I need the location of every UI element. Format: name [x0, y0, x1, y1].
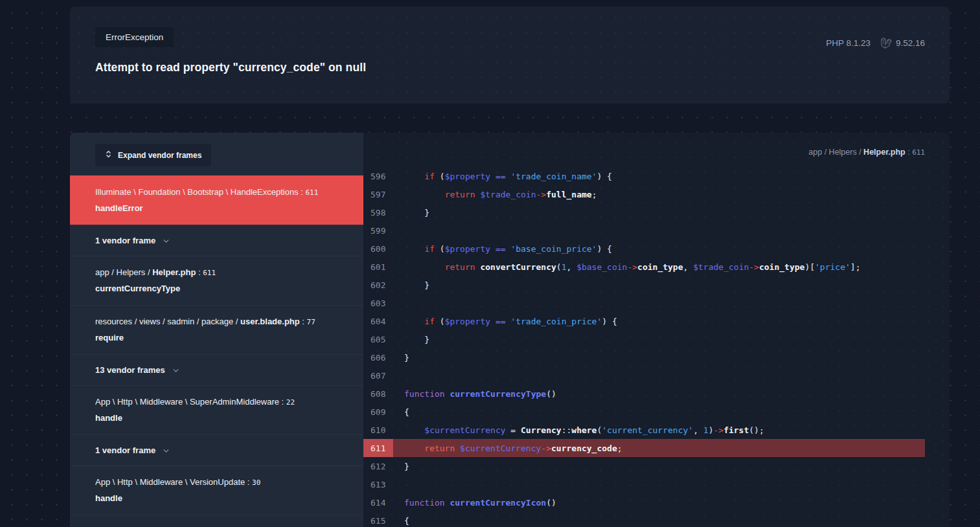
frame-method: require [95, 332, 348, 344]
error-summary-card: ErrorException Attempt to read property … [70, 6, 950, 104]
code-line: 604 if ($property == 'trade_coin_price')… [363, 312, 925, 330]
frame-path: App \ Http \ Middleware \ VersionUpdate … [95, 476, 348, 489]
line-number: 605 [363, 335, 393, 344]
expand-vendor-frames-label: Expand vendor frames [118, 151, 201, 160]
code-text: $currentCurrency = Currency::where('curr… [404, 425, 764, 435]
breadcrumb-separator: : [906, 148, 912, 157]
code-text: } [404, 208, 429, 218]
code-line: 614function currentCurrencyIcon() [363, 493, 925, 511]
breadcrumb-line-number: 611 [912, 148, 925, 157]
frame-path: app / Helpers / Helper.php : 611 [95, 266, 348, 280]
code-line: 605 } [363, 330, 925, 348]
line-number: 614 [363, 498, 393, 508]
code-text: if ($property == 'trade_coin_price') { [404, 317, 617, 326]
line-number: 598 [363, 208, 393, 218]
code-text: function currentCurrencyIcon() [404, 498, 556, 508]
line-number: 601 [363, 262, 393, 272]
frame-path: resources / views / sadmin / package / u… [95, 315, 348, 329]
error-message-title: Attempt to read property "currency_code"… [95, 61, 366, 74]
laravel-icon [881, 38, 892, 49]
line-number: 597 [363, 190, 393, 199]
vendor-frames-label: 1 vendor frame [95, 236, 155, 245]
trace-frame[interactable]: resources / views / sadmin / package / u… [70, 305, 363, 354]
code-line: 597 return $trade_coin->full_name; [363, 185, 925, 203]
laravel-version-group: 9.52.16 [881, 38, 925, 49]
frame-method: handle [95, 412, 348, 424]
code-line: 599 [363, 221, 925, 240]
code-text: { [404, 407, 409, 417]
code-line: 615{ [363, 511, 925, 527]
code-text: function currentCurrencyType() [404, 389, 556, 399]
line-number: 602 [363, 280, 393, 290]
line-number: 613 [363, 480, 393, 489]
line-number: 607 [363, 371, 393, 381]
line-number: 599 [363, 226, 393, 236]
trace-frame[interactable]: App \ Http \ Middleware \ VersionUpdate … [70, 465, 363, 515]
vendor-frames-label: 13 vendor frames [95, 365, 165, 375]
code-line: 606} [363, 348, 925, 366]
vendor-frames-toggle[interactable]: 1 vendor frame [70, 225, 363, 256]
line-number: 612 [363, 462, 393, 471]
breadcrumb-path: app / Helpers / [808, 148, 863, 157]
php-version-label: PHP 8.1.23 [826, 38, 871, 48]
code-text: } [404, 462, 409, 471]
code-line: 609{ [363, 403, 925, 421]
line-number: 606 [363, 353, 393, 363]
stack-trace-card: Expand vendor frames Illuminate \ Founda… [70, 133, 950, 527]
line-number: 608 [363, 389, 393, 399]
code-line: 610 $currentCurrency = Currency::where('… [363, 421, 925, 439]
breadcrumb-file: Helper.php [863, 148, 906, 157]
trace-frame-active[interactable]: Illuminate \ Foundation \ Bootstrap \ Ha… [70, 175, 363, 225]
unfold-icon [105, 150, 112, 161]
code-line: 612} [363, 457, 925, 475]
line-number: 603 [363, 298, 393, 308]
code-line: 613 [363, 475, 925, 493]
code-snippet-panel: app / Helpers / Helper.php : 611 596 if … [363, 133, 950, 527]
code-line: 602 } [363, 276, 925, 294]
vendor-frames-toggle[interactable]: 13 vendor frames [70, 354, 363, 385]
code-breadcrumb[interactable]: app / Helpers / Helper.php : 611 [363, 133, 950, 167]
trace-frame-list: Illuminate \ Foundation \ Bootstrap \ Ha… [70, 175, 363, 527]
line-number: 609 [363, 407, 393, 417]
chevron-down-icon [162, 237, 170, 245]
code-text: return convertCurrency(1, $base_coin->co… [404, 262, 861, 272]
code-line: 598 } [363, 203, 925, 221]
stack-trace-sidebar: Expand vendor frames Illuminate \ Founda… [70, 133, 363, 527]
frame-method: handle [95, 493, 348, 504]
code-editor-body: 596 if ($property == 'trade_coin_name') … [363, 167, 925, 527]
vendor-frames-toggle[interactable]: 1 vendor frame [70, 515, 363, 527]
vendor-frames-label: 1 vendor frame [95, 445, 155, 455]
frame-method: currentCurrencyType [95, 283, 348, 295]
code-text: return $trade_coin->full_name; [404, 190, 597, 199]
code-line: 608function currentCurrencyType() [363, 385, 925, 403]
code-text: if ($property == 'base_coin_price') { [404, 244, 612, 254]
line-number: 610 [363, 425, 393, 435]
expand-vendor-frames-row: Expand vendor frames [70, 133, 363, 175]
code-line: 607 [363, 366, 925, 385]
code-text: } [404, 353, 409, 363]
trace-frame[interactable]: app / Helpers / Helper.php : 611currentC… [70, 256, 363, 305]
frame-method: handleError [95, 203, 348, 214]
chevron-down-icon [162, 447, 170, 455]
line-number: 611 [363, 439, 393, 457]
code-text: if ($property == 'trade_coin_name') { [404, 172, 612, 181]
error-summary-left: ErrorException Attempt to read property … [95, 27, 366, 104]
code-line: 596 if ($property == 'trade_coin_name') … [363, 167, 925, 185]
expand-vendor-frames-button[interactable]: Expand vendor frames [95, 144, 211, 166]
vendor-frames-toggle[interactable]: 1 vendor frame [70, 434, 363, 465]
exception-class-badge: ErrorException [95, 27, 174, 47]
chevron-down-icon [172, 366, 180, 375]
code-line-highlighted: 611 return $currentCurrency->currency_co… [363, 439, 925, 457]
code-text: } [404, 335, 429, 344]
line-number: 596 [363, 172, 393, 181]
code-text: { [404, 516, 409, 526]
code-text: return $currentCurrency->currency_code; [404, 443, 622, 453]
line-number: 615 [363, 516, 393, 526]
frame-path: Illuminate \ Foundation \ Bootstrap \ Ha… [95, 186, 348, 199]
laravel-version-label: 9.52.16 [896, 38, 925, 48]
code-text: } [404, 280, 429, 290]
runtime-versions: PHP 8.1.23 9.52.16 [826, 36, 925, 49]
line-number: 600 [363, 244, 393, 254]
code-line: 600 if ($property == 'base_coin_price') … [363, 240, 925, 258]
trace-frame[interactable]: App \ Http \ Middleware \ SuperAdminMidd… [70, 385, 363, 434]
